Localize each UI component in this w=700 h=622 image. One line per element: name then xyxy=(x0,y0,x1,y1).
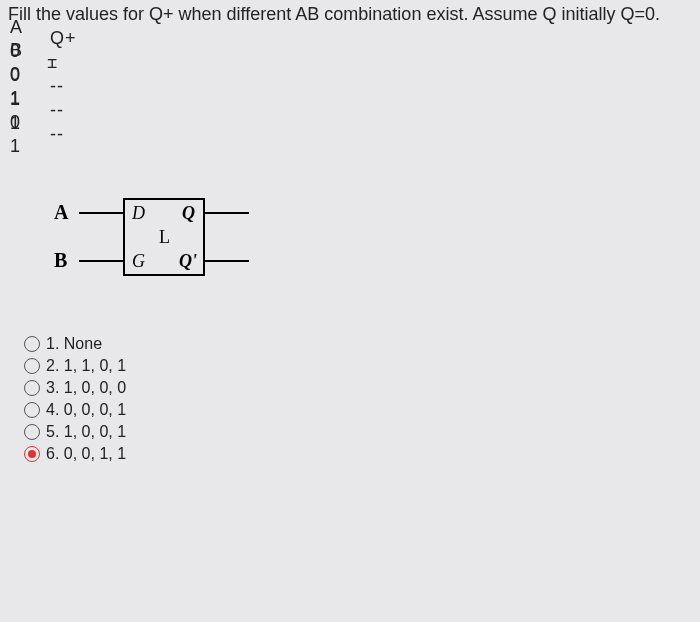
option-text: 0, 0, 1, 1 xyxy=(64,445,126,463)
option-num: 6. xyxy=(46,445,59,463)
option-text: 1, 0, 0, 1 xyxy=(64,423,126,441)
option-num: 3. xyxy=(46,379,59,397)
truth-table: A B Q+ 0 0 ⌶ 0 1 -- 1 0 -- 1 1 -- xyxy=(0,27,700,147)
option-1[interactable]: 1. None xyxy=(24,335,700,353)
radio-icon[interactable] xyxy=(24,424,40,440)
radio-icon[interactable] xyxy=(24,446,40,462)
label-d: D xyxy=(131,203,145,223)
option-4[interactable]: 4. 0, 0, 0, 1 xyxy=(24,401,700,419)
label-l: L xyxy=(159,227,170,247)
question-text: Fill the values for Q+ when different AB… xyxy=(0,0,700,27)
option-3[interactable]: 3. 1, 0, 0, 0 xyxy=(24,379,700,397)
option-num: 2. xyxy=(46,357,59,375)
cell-q-2: -- xyxy=(50,99,80,122)
option-num: 1. xyxy=(46,335,59,353)
option-5[interactable]: 5. 1, 0, 0, 1 xyxy=(24,423,700,441)
option-text: 0, 0, 0, 1 xyxy=(64,401,126,419)
label-g: G xyxy=(132,251,145,271)
cell-ab-3: 1 1 xyxy=(10,112,50,159)
th-q: Q+ xyxy=(50,27,80,50)
option-text: 1, 0, 0, 0 xyxy=(64,379,126,397)
latch-diagram: A B D G L Q Q' xyxy=(24,191,700,291)
cell-q-1: -- xyxy=(50,75,80,98)
label-q: Q xyxy=(182,203,195,223)
radio-icon[interactable] xyxy=(24,380,40,396)
option-text: None xyxy=(64,335,102,353)
radio-icon[interactable] xyxy=(24,358,40,374)
label-a: A xyxy=(54,201,69,223)
option-num: 5. xyxy=(46,423,59,441)
option-num: 4. xyxy=(46,401,59,419)
label-qbar: Q' xyxy=(179,251,197,271)
option-2[interactable]: 2. 1, 1, 0, 1 xyxy=(24,357,700,375)
cell-q-3: -- xyxy=(50,123,80,146)
radio-icon[interactable] xyxy=(24,336,40,352)
label-b: B xyxy=(54,249,67,271)
option-text: 1, 1, 0, 1 xyxy=(64,357,126,375)
option-6[interactable]: 6. 0, 0, 1, 1 xyxy=(24,445,700,463)
options-group: 1. None 2. 1, 1, 0, 1 3. 1, 0, 0, 0 4. 0… xyxy=(24,335,700,463)
radio-icon[interactable] xyxy=(24,402,40,418)
text-cursor-icon[interactable]: ⌶ xyxy=(47,60,83,67)
